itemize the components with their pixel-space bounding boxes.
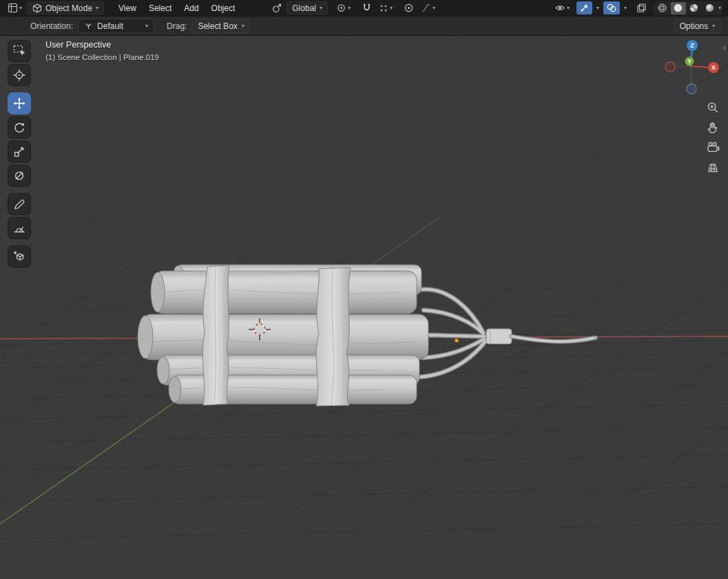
- fuse-connector: [486, 329, 512, 344]
- svg-text:Y: Y: [687, 58, 691, 65]
- dynamite-bundle-model[interactable]: [138, 265, 598, 406]
- tool-settings-bar: Orientation: Default ▾ Drag: Select Box …: [0, 16, 728, 36]
- chevron-down-icon: ▾: [596, 6, 599, 11]
- editor-type-button[interactable]: ▾: [6, 1, 24, 14]
- tool-add-cube[interactable]: [8, 245, 31, 267]
- shading-mode-group: ▾: [654, 1, 722, 15]
- zoom-button[interactable]: [705, 99, 721, 116]
- gizmo-y-axis[interactable]: Y: [685, 57, 694, 66]
- snap-settings-button[interactable]: ▾: [376, 2, 395, 14]
- toolbar: [8, 40, 31, 267]
- chevron-down-icon: ▾: [320, 6, 322, 11]
- tool-annotate[interactable]: [8, 193, 31, 215]
- camera-view-button[interactable]: [705, 139, 721, 156]
- fuse-wires: [419, 290, 485, 377]
- gizmo-x-axis[interactable]: X: [708, 62, 719, 73]
- orientation-default-dropdown[interactable]: Default ▾: [78, 19, 154, 33]
- object-visibility-button[interactable]: ▾: [552, 1, 572, 14]
- proportional-toggle-button[interactable]: [401, 1, 417, 14]
- tool-cursor[interactable]: [8, 64, 31, 86]
- menu-bar: View Select Add Object: [112, 2, 241, 14]
- gizmo-x-negative[interactable]: [665, 62, 675, 72]
- gizmo-z-axis[interactable]: Z: [687, 40, 698, 51]
- orientation-value: Global: [292, 3, 316, 13]
- tool-move[interactable]: [8, 92, 31, 114]
- chevron-down-icon: ▾: [433, 6, 435, 11]
- chevron-down-icon: ▾: [145, 23, 148, 29]
- pan-hand-button[interactable]: [705, 119, 721, 136]
- chevron-down-icon: ▾: [567, 6, 570, 11]
- sidebar-toggle-arrow[interactable]: ‹: [723, 43, 726, 52]
- dynamite-sticks: [138, 265, 428, 404]
- chevron-down-icon: ▾: [348, 6, 351, 11]
- chevron-down-icon: ▾: [242, 23, 245, 29]
- tool-rotate[interactable]: [8, 116, 31, 139]
- orientation-dropdown[interactable]: Global ▾: [287, 1, 328, 14]
- menu-view[interactable]: View: [112, 2, 143, 14]
- mode-label: Object Mode: [45, 3, 92, 13]
- chevron-down-icon: ▾: [718, 6, 721, 11]
- object-mode-icon: [32, 3, 42, 13]
- snap-toggle-button[interactable]: [359, 1, 375, 14]
- chevron-down-icon: ▾: [19, 6, 22, 11]
- header-right-cluster: ▾ ▾ ▾: [552, 1, 722, 15]
- orientation-icon: [272, 3, 282, 13]
- pivot-point-group: ▾: [333, 1, 353, 14]
- proportional-edit-group: ▾: [401, 1, 438, 14]
- navigation-gizmo[interactable]: Z X Y: [658, 39, 727, 98]
- svg-text:Z: Z: [690, 41, 694, 49]
- mode-dropdown[interactable]: Object Mode ▾: [27, 1, 104, 14]
- transform-orientation-group: Global ▾: [272, 1, 328, 14]
- shading-solid-button[interactable]: [671, 2, 686, 14]
- shading-rendered-button[interactable]: [703, 2, 718, 14]
- orientation-label: Orientation:: [30, 21, 73, 31]
- gizmos-toggle-button[interactable]: [576, 1, 592, 14]
- drag-mode-value: Select Box: [198, 21, 237, 31]
- blender-window: ▾ Object Mode ▾ View Select Add Object G…: [0, 0, 728, 579]
- viewport-nav-buttons: [705, 99, 721, 176]
- menu-object[interactable]: Object: [205, 2, 242, 14]
- tool-select-box[interactable]: [8, 40, 31, 62]
- pivot-point-button[interactable]: ▾: [333, 1, 353, 14]
- editor-type-icon: [8, 3, 18, 13]
- svg-text:X: X: [711, 63, 716, 71]
- tool-measure[interactable]: [8, 217, 31, 239]
- options-label: Options: [680, 21, 708, 31]
- options-dropdown[interactable]: Options ▾: [674, 19, 721, 33]
- orientation-default-value: Default: [97, 21, 123, 31]
- chevron-down-icon: ▾: [96, 6, 98, 11]
- menu-select[interactable]: Select: [143, 2, 178, 14]
- tool-transform[interactable]: [8, 165, 31, 187]
- xray-toggle-button[interactable]: [634, 1, 649, 14]
- chevron-down-icon: ▾: [624, 6, 627, 11]
- chevron-down-icon: ▾: [712, 23, 715, 29]
- orthographic-toggle-button[interactable]: [705, 159, 721, 176]
- scene-canvas[interactable]: [0, 36, 728, 579]
- shading-wireframe-button[interactable]: [655, 2, 670, 14]
- drag-mode-dropdown[interactable]: Select Box ▾: [191, 19, 250, 33]
- overlays-toggle-button[interactable]: [603, 1, 620, 14]
- menu-add[interactable]: Add: [178, 2, 205, 14]
- falloff-dropdown[interactable]: ▾: [418, 1, 438, 14]
- viewport-header: ▾ Object Mode ▾ View Select Add Object G…: [0, 0, 728, 16]
- chevron-down-icon: ▾: [390, 6, 393, 11]
- gizmo-z-negative[interactable]: [687, 84, 696, 94]
- drag-label: Drag:: [167, 21, 187, 31]
- snapping-group: ▾: [359, 1, 395, 14]
- viewport-3d[interactable]: User Perspective (1) Scene Collection | …: [0, 36, 728, 579]
- shading-material-button[interactable]: [687, 2, 702, 14]
- tool-scale[interactable]: [8, 141, 31, 163]
- object-origin-point[interactable]: [455, 338, 459, 343]
